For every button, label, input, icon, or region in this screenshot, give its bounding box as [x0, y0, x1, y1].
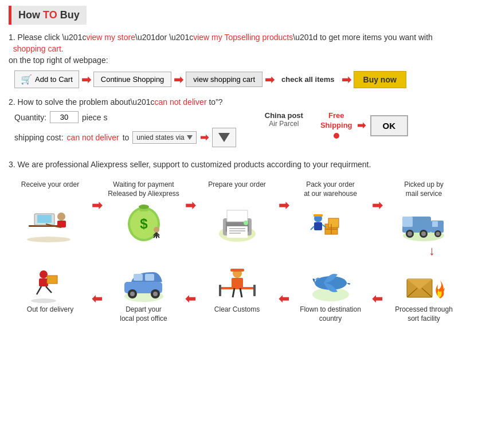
- svg-rect-23: [227, 226, 248, 238]
- process-label-pack: Pack your orderat our warehouse: [304, 180, 357, 199]
- page-wrapper: How TO Buy 1. Please click \u201cview my…: [0, 0, 478, 329]
- svg-rect-22: [227, 210, 248, 222]
- customs-svg: [214, 263, 260, 303]
- topselling-link[interactable]: view my Topselling products: [193, 33, 293, 42]
- section-3: 3. We are professional Aliexpress seller…: [9, 160, 469, 169]
- free-shipping-area: Free Shipping ➡ OK: [320, 111, 408, 140]
- icon-person-computer: [26, 202, 75, 242]
- arrow-bottom-2: ⬅: [185, 292, 195, 306]
- shipping-label: shipping cost:: [14, 133, 64, 142]
- arrow-top-1: ➡: [92, 198, 102, 213]
- svg-point-48: [40, 270, 48, 278]
- shipping-row: shipping cost: can not deliver to unied …: [14, 128, 236, 147]
- icon-money-bag: $: [119, 202, 168, 242]
- icon-worker-boxes: [306, 202, 355, 242]
- icon-printer: [213, 202, 261, 242]
- shipping-method-dropdown[interactable]: [212, 128, 236, 147]
- process-item-customs: Clear Customs: [195, 263, 279, 324]
- buy-now-label: Buy now: [363, 75, 397, 84]
- quantity-input[interactable]: [50, 111, 79, 123]
- free-shipping-box: Free Shipping: [320, 111, 352, 140]
- cannot-deliver-label: can not deliver: [67, 133, 119, 142]
- process-label-sort: Processed throughsort facility: [395, 305, 453, 324]
- svg-point-3: [57, 213, 65, 221]
- china-post-sub: Air Parcel: [265, 120, 303, 128]
- top-process-row: Receive your order: [9, 180, 469, 242]
- dropdown-arrow-icon: [187, 135, 193, 140]
- svg-rect-66: [219, 287, 256, 289]
- destination-text: unied states via: [136, 133, 184, 142]
- process-label-depart: Depart yourlocal post office: [120, 305, 167, 324]
- process-label-prepare: Prepare your order: [208, 180, 266, 199]
- person-computer-svg: [26, 202, 75, 242]
- svg-rect-33: [314, 222, 322, 230]
- process-item-prepare: Prepare your order: [195, 180, 279, 242]
- process-label-pickup: Picked up bymail service: [404, 180, 444, 199]
- section-1: 1. Please click \u201cview my store\u201…: [9, 33, 469, 88]
- svg-rect-2: [37, 215, 52, 223]
- process-label-customs: Clear Customs: [214, 305, 260, 324]
- delivery-person-svg: [28, 263, 73, 303]
- svg-point-13: [154, 227, 159, 233]
- svg-rect-41: [432, 221, 438, 227]
- svg-point-45: [421, 231, 426, 236]
- svg-text:$: $: [140, 216, 148, 231]
- process-item-pack: Pack your orderat our warehouse: [289, 180, 372, 242]
- svg-rect-68: [253, 285, 256, 296]
- bottom-process-row: Out for delivery ⬅: [9, 263, 469, 324]
- cannot-deliver-title: can not deliver: [155, 97, 207, 107]
- svg-point-27: [244, 221, 248, 225]
- icon-customs-officer: [213, 263, 261, 303]
- flow-item-buy: Buy now: [354, 71, 406, 88]
- arrow-bottom-4: ⬅: [372, 292, 382, 306]
- location-hint: on the top right of webpage:: [9, 56, 469, 65]
- cart-icon: 🛒: [21, 74, 32, 85]
- flow-item-check: check all items: [277, 72, 339, 87]
- step2-number: 2.: [9, 97, 15, 107]
- flow-item-continue: Continue Shopping: [93, 72, 172, 87]
- svg-rect-57: [134, 274, 143, 281]
- radio-dot-icon[interactable]: [334, 133, 339, 139]
- arrow-free-shipping: ➡: [357, 119, 366, 132]
- arrow-shipping: ➡: [200, 131, 209, 144]
- svg-point-12: [139, 205, 149, 209]
- process-label-payment: Waiting for paymentReleased by Aliexpres…: [108, 180, 179, 199]
- arrow-top-3: ➡: [279, 198, 289, 213]
- svg-point-7: [27, 237, 70, 242]
- quantity-label: Quantity:: [14, 113, 46, 122]
- how-to-buy-header: How TO Buy: [9, 6, 87, 25]
- printer-svg: [214, 202, 260, 242]
- flow-item-add-cart: 🛒 Add to Cart: [14, 70, 79, 88]
- add-to-cart-button[interactable]: 🛒 Add to Cart: [14, 70, 79, 88]
- section3-body: We are professional Aliexpress seller, s…: [18, 160, 371, 169]
- check-all-items-label: check all items: [277, 72, 339, 87]
- svg-rect-65: [230, 269, 244, 272]
- arrow-3: ➡: [265, 73, 275, 87]
- svg-point-43: [408, 231, 412, 236]
- svg-line-51: [46, 286, 52, 293]
- flow-item-view-cart: view shopping cart: [186, 72, 262, 87]
- view-my-store-link[interactable]: view my store: [86, 33, 135, 42]
- continue-shopping-button[interactable]: Continue Shopping: [93, 72, 172, 87]
- process-item-depart: Depart yourlocal post office: [102, 263, 185, 324]
- destination-dropdown[interactable]: unied states via: [132, 131, 196, 144]
- svg-rect-4: [57, 221, 66, 227]
- add-to-cart-label: Add to Cart: [35, 75, 73, 84]
- ok-button[interactable]: OK: [370, 115, 409, 136]
- svg-rect-36: [314, 214, 323, 217]
- section-2: 2. How to solve the problem about\u201cc…: [9, 97, 469, 151]
- svg-line-34: [311, 226, 314, 230]
- process-item-receive: Receive your order: [9, 180, 92, 242]
- shipping-dropdown-arrow-icon: [218, 133, 230, 142]
- buy-now-button[interactable]: Buy now: [354, 71, 406, 88]
- process-label-receive: Receive your order: [21, 180, 79, 199]
- china-post-main: China post: [265, 111, 303, 120]
- svg-point-54: [31, 298, 56, 303]
- section2-title: 2. How to solve the problem about\u201cc…: [9, 97, 469, 107]
- process-label-flight: Flown to destinationcountry: [300, 305, 361, 324]
- view-shopping-cart-button[interactable]: view shopping cart: [186, 72, 262, 87]
- arrow-4: ➡: [342, 73, 351, 87]
- icon-car: [119, 263, 168, 303]
- money-bag-svg: $: [121, 202, 167, 242]
- flow-row: 🛒 Add to Cart ➡ Continue Shopping ➡ view…: [14, 70, 469, 88]
